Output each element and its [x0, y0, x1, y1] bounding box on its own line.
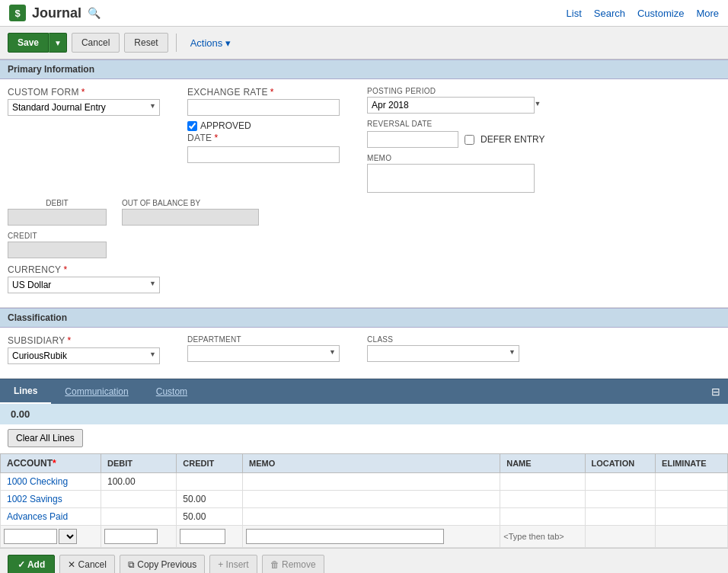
account-link[interactable]: Advances Paid [7, 511, 68, 522]
defer-entry-checkbox[interactable] [465, 135, 474, 145]
save-button[interactable]: Save [8, 33, 49, 53]
date-input[interactable]: 9/4/2018 [187, 146, 340, 163]
custom-form-select[interactable]: Standard Journal Entry [8, 99, 160, 116]
tab-lines[interactable]: Lines [0, 379, 51, 404]
col-credit: CREDIT [177, 454, 243, 473]
type-then-tab-hint: <Type then tab> [503, 532, 564, 541]
remove-button[interactable]: 🗑 Remove [262, 555, 324, 573]
debit-cell [101, 491, 177, 508]
name-cell [500, 473, 585, 491]
bottom-toolbar: ✓ Add ✕ Cancel ⧉ Copy Previous + Insert … [0, 548, 728, 573]
save-dropdown-button[interactable]: ▼ [49, 33, 67, 53]
lines-table: ACCOUNT* DEBIT CREDIT MEMO NAME LOCATION… [0, 453, 728, 548]
department-label: DEPARTMENT [187, 335, 340, 344]
subsidiary-select[interactable]: CuriousRubik [8, 347, 160, 364]
location-cell [585, 508, 656, 526]
class-label: CLASS [367, 335, 519, 344]
approved-label: APPROVED [200, 120, 251, 131]
cancel-button[interactable]: Cancel [72, 33, 120, 53]
toolbar: Save ▼ Cancel Reset Actions ▾ [0, 27, 728, 59]
memo-cell [243, 473, 500, 491]
department-select-wrap [187, 345, 340, 362]
classification-row: SUBSIDIARY * CuriousRubik DEPARTMENT CLA… [8, 335, 720, 364]
exchange-rate-label: EXCHANGE RATE * [187, 87, 340, 98]
primary-row-2: DEBIT OUT OF BALANCE BY [8, 199, 720, 226]
primary-row-3: CREDIT [8, 232, 720, 258]
col-memo: MEMO [243, 454, 500, 473]
account-input[interactable] [4, 529, 57, 544]
account-cell: Advances Paid [1, 508, 101, 526]
reversal-date-label: REVERSAL DATE [367, 120, 544, 128]
eliminate-cell [656, 491, 728, 508]
primary-row-4: CURRENCY * US Dollar [8, 264, 720, 293]
memo-input[interactable] [246, 529, 444, 544]
memo-textarea[interactable] [367, 164, 535, 193]
primary-row-1: CUSTOM FORM * Standard Journal Entry EXC… [8, 87, 720, 193]
tab-custom[interactable]: Custom [142, 380, 201, 403]
reset-button[interactable]: Reset [124, 33, 168, 53]
account-dropdown[interactable] [59, 529, 77, 544]
lines-actions: Clear All Lines [0, 424, 728, 452]
add-button[interactable]: ✓ Add [8, 555, 55, 573]
credit-value [8, 242, 107, 258]
eliminate-cell [656, 508, 728, 526]
search-icon[interactable]: 🔍 [88, 7, 101, 19]
account-link[interactable]: 1002 Savings [7, 494, 62, 504]
date-label: DATE * [187, 133, 340, 143]
approved-row: APPROVED [187, 120, 340, 131]
bottom-cancel-button[interactable]: ✕ Cancel [59, 555, 115, 573]
oob-value [122, 209, 259, 226]
currency-select[interactable]: US Dollar [8, 277, 160, 293]
name-input-cell: <Type then tab> [500, 526, 585, 548]
subsidiary-label: SUBSIDIARY * [8, 335, 160, 346]
debit-block: DEBIT [8, 199, 107, 226]
account-cell: 1000 Checking [1, 473, 101, 491]
collapse-icon[interactable]: ⊟ [704, 381, 728, 402]
class-group: CLASS [367, 335, 519, 362]
clear-all-lines-button[interactable]: Clear All Lines [8, 429, 83, 447]
posting-period-select[interactable]: Apr 2018 [367, 97, 535, 114]
nav-search[interactable]: Search [594, 8, 625, 19]
tab-communication[interactable]: Communication [51, 380, 142, 403]
debit-input-cell [101, 526, 177, 548]
new-line-row: <Type then tab> [1, 526, 728, 548]
table-row: 1002 Savings 50.00 [1, 491, 728, 508]
insert-button[interactable]: + Insert [209, 555, 257, 573]
lines-balance: 0.00 [0, 404, 728, 424]
nav-customize[interactable]: Customize [637, 8, 684, 19]
credit-input[interactable] [180, 529, 225, 544]
class-select[interactable] [367, 345, 519, 362]
debit-cell: 100.00 [101, 473, 177, 491]
approved-checkbox[interactable] [187, 121, 197, 131]
copy-previous-button[interactable]: ⧉ Copy Previous [120, 555, 205, 573]
credit-cell: 50.00 [177, 491, 243, 508]
header: $ Journal 🔍 List Search Customize More [0, 0, 728, 27]
nav-list[interactable]: List [567, 8, 582, 19]
credit-input-cell [177, 526, 243, 548]
oob-group: OUT OF BALANCE BY [122, 199, 259, 226]
custom-form-label: CUSTOM FORM * [8, 87, 160, 98]
location-input-cell [585, 526, 656, 548]
department-select[interactable] [187, 345, 340, 362]
account-input-cell [1, 526, 101, 548]
table-row: Advances Paid 50.00 [1, 508, 728, 526]
save-group: Save ▼ [8, 33, 67, 53]
table-row: 1000 Checking 100.00 [1, 473, 728, 491]
posting-period-select-wrap: Apr 2018 [367, 97, 544, 114]
memo-label: MEMO [367, 154, 544, 162]
col-name: NAME [500, 454, 585, 473]
debit-value [8, 209, 107, 226]
eliminate-input-cell [656, 526, 728, 548]
account-link[interactable]: 1000 Checking [7, 476, 68, 487]
exchange-rate-input[interactable]: 1.00 [187, 99, 340, 116]
actions-button[interactable]: Actions ▾ [184, 34, 237, 52]
subsidiary-select-wrap: CuriousRubik [8, 347, 160, 364]
debit-label: DEBIT [8, 199, 107, 207]
col-account: ACCOUNT* [1, 454, 101, 473]
debit-input[interactable] [104, 529, 158, 544]
reversal-date-input[interactable] [367, 131, 458, 148]
nav-more[interactable]: More [696, 8, 719, 19]
class-select-wrap [367, 345, 519, 362]
debit-cell [101, 508, 177, 526]
app-logo: $ [9, 5, 26, 21]
